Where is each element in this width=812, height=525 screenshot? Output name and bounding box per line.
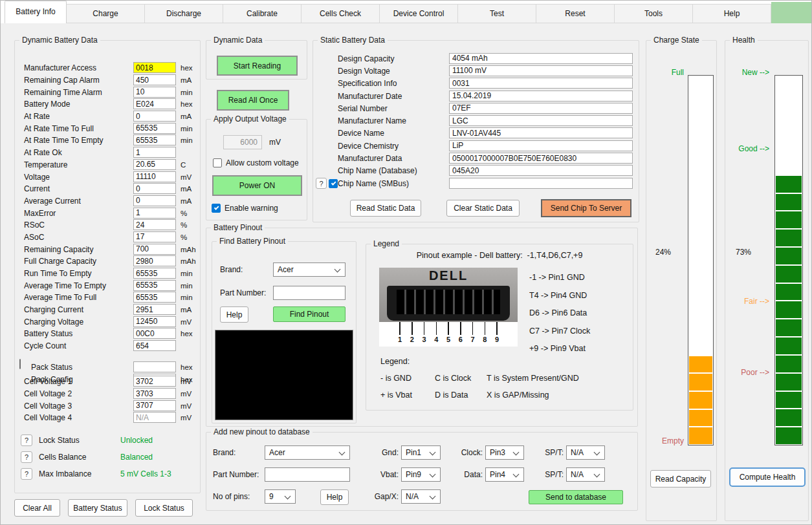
allow-custom-voltage-checkbox[interactable] [213, 158, 222, 167]
brand-select[interactable]: Acer [273, 262, 346, 277]
lock-status-button[interactable]: Lock Status [135, 499, 193, 517]
field-value-input[interactable]: 65535 [133, 134, 176, 145]
field-value-input[interactable]: 0018 [133, 62, 176, 73]
field-value-input[interactable]: 20.65 [133, 159, 176, 170]
field-value-input[interactable]: 24 [133, 219, 176, 230]
field-value-input[interactable]: E024 [133, 98, 176, 109]
field-value-input[interactable]: 0 [133, 111, 176, 122]
field-value-input[interactable]: 11110 [133, 171, 176, 182]
field-value-input[interactable]: 3703 [133, 388, 176, 399]
field-value-input[interactable]: 2951 [133, 304, 176, 315]
tab-charge[interactable]: Charge [67, 4, 145, 23]
field-value-input[interactable]: 00C0 [133, 328, 176, 339]
field-value-input[interactable]: 1 [133, 147, 176, 158]
pin-column: 8 [481, 322, 488, 347]
tab-battery-info[interactable]: Battery Info [5, 1, 67, 23]
help-button[interactable]: Help [220, 306, 248, 323]
help-button[interactable]: ? [21, 434, 32, 446]
field-value-input[interactable]: 4054 mAh [449, 53, 633, 64]
clock-select[interactable]: Pin3 [485, 445, 524, 460]
battery-status-button[interactable]: Battery Status [68, 499, 127, 517]
help-button[interactable]: ? [21, 451, 32, 463]
data-select[interactable]: Pin4 [485, 467, 524, 482]
field-label: At Rate Time To Full [24, 124, 133, 133]
field-value-input[interactable]: 2980 [133, 255, 176, 266]
part-number-input[interactable] [273, 286, 346, 300]
compute-health-button[interactable]: Compute Health [729, 467, 806, 487]
part-number-input[interactable] [265, 467, 350, 482]
field-value-input[interactable]: 15.04.2019 [449, 91, 633, 102]
field-value-input[interactable]: 654 [133, 340, 176, 351]
field-value-input[interactable] [133, 361, 176, 372]
help-button[interactable]: ? [316, 178, 327, 189]
spt2-select[interactable]: N/A [566, 467, 605, 482]
legend-line: + is VbatD is DataX is GAP/Missing [380, 391, 579, 407]
field-value-input[interactable]: N/A [133, 412, 176, 423]
find-pinout-button[interactable]: Find Pinout [273, 306, 346, 322]
field-value-input[interactable]: 10 [133, 87, 176, 98]
start-reading-button[interactable]: Start Reading [217, 56, 298, 76]
dynamic-data-group: Dynamic Data Start Reading [206, 40, 307, 80]
send-to-database-button[interactable]: Send to database [529, 490, 623, 504]
field-value-input[interactable] [449, 178, 633, 189]
help-button[interactable]: Help [320, 489, 349, 505]
field-value-input[interactable]: 0 [133, 183, 176, 194]
field-value-input[interactable]: 700 [133, 244, 176, 255]
static-battery-data-group: Static Battery Data Design Capacity4054 … [313, 40, 639, 222]
tab-reset[interactable]: Reset [536, 4, 615, 23]
pack-status-checkbox[interactable] [19, 359, 21, 369]
gap-select[interactable]: N/A [401, 489, 441, 504]
dynamic-row: Voltage11110mV [16, 171, 199, 183]
field-value-input[interactable]: 0500017000007B0E750E760E0830 [449, 153, 633, 164]
field-value-input[interactable]: 65535 [133, 268, 176, 279]
field-value-input[interactable]: 65535 [133, 292, 176, 303]
tab-discharge[interactable]: Discharge [145, 4, 223, 23]
field-value-input[interactable]: 3702 [133, 376, 176, 387]
field-value-input[interactable]: 450 [133, 74, 176, 85]
help-button[interactable]: ? [21, 468, 32, 480]
gnd-select-value: Pin1 [406, 448, 421, 457]
field-value-input[interactable]: 3707 [133, 400, 176, 411]
field-value-input[interactable]: 1 [133, 208, 176, 219]
field-value-input[interactable]: 045A20 [449, 165, 633, 176]
dynamic-row: Current0mA [16, 183, 199, 195]
field-value-input[interactable]: 12450 [133, 316, 176, 327]
read-all-once-button[interactable]: Read All Once [217, 90, 289, 111]
field-value-input[interactable]: 11100 mV [449, 65, 633, 76]
gnd-select[interactable]: Pin1 [401, 445, 441, 460]
spt1-select[interactable]: N/A [566, 445, 605, 460]
data-select-value: Pin4 [490, 470, 505, 479]
field-value-input[interactable]: LNV-01AV445 [449, 127, 633, 138]
field-label: Remaining Cap Alarm [24, 76, 133, 85]
field-value-input[interactable]: LGC [449, 115, 633, 126]
field-label: Manufacturer Data [338, 154, 449, 163]
send-chip-to-server-button[interactable]: Send Chip To Server [541, 199, 631, 217]
field-value-input[interactable]: 0031 [449, 78, 633, 89]
chip-smbus-checkbox[interactable] [329, 179, 338, 188]
tab-cells-check[interactable]: Cells Check [302, 4, 380, 23]
field-label: Serial Number [338, 104, 449, 113]
field-value-input[interactable]: 65535 [133, 123, 176, 134]
tab-help[interactable]: Help [693, 4, 771, 23]
find-battery-pinout-group: Find Battery Pinout Brand: Acer Part Num… [212, 241, 357, 423]
tab-tools[interactable]: Tools [615, 4, 693, 23]
power-on-button[interactable]: Power ON [212, 175, 302, 196]
vbat-select[interactable]: Pin9 [401, 467, 441, 482]
clear-all-button[interactable]: Clear All [14, 499, 60, 517]
read-capacity-button[interactable]: Read Capacity [650, 470, 711, 488]
field-value-input[interactable]: 17 [133, 231, 176, 242]
field-value-input[interactable]: LiP [449, 140, 633, 151]
new-label: New --> [725, 68, 769, 77]
field-value-input[interactable]: 07EF [449, 103, 633, 114]
no-of-pins-select[interactable]: 9 [265, 489, 296, 504]
enable-warning-checkbox[interactable] [212, 204, 221, 213]
field-value-input[interactable]: 65535 [133, 280, 176, 291]
tab-test[interactable]: Test [458, 4, 536, 23]
tab-device-control[interactable]: Device Control [380, 4, 458, 23]
field-value-input[interactable]: 0 [133, 195, 176, 206]
read-static-data-button[interactable]: Read Static Data [350, 200, 421, 217]
tab-calibrate[interactable]: Calibrate [223, 4, 302, 23]
brand-select[interactable]: Acer [265, 445, 350, 460]
clear-static-data-button[interactable]: Clear Static Data [446, 200, 520, 217]
legend-item: D is Data [435, 391, 487, 407]
